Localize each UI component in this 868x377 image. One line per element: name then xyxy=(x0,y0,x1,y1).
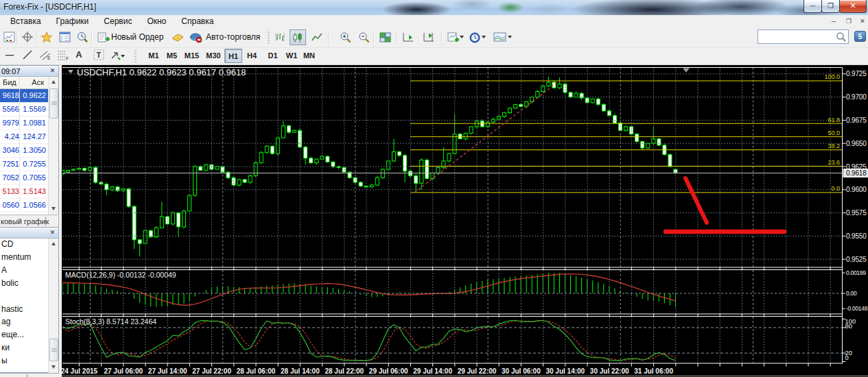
menu-2[interactable]: Графики xyxy=(49,15,97,27)
new-order-label[interactable]: Новый Ордер xyxy=(111,32,163,42)
new-chart-icon xyxy=(3,32,15,43)
menu-5[interactable]: Справка xyxy=(174,15,221,27)
trendline-tool-button[interactable] xyxy=(19,48,36,64)
mdi-close-button[interactable]: ✕ xyxy=(856,16,868,26)
zoom-in-button[interactable] xyxy=(338,29,354,45)
toolbar-separator xyxy=(36,31,37,45)
chart-shift-button[interactable] xyxy=(421,29,437,45)
navigator-item[interactable]: A xyxy=(1,265,7,278)
navigator-item[interactable]: mentum xyxy=(1,252,31,265)
scroll-up-arrow[interactable] xyxy=(49,77,58,86)
data-window-button[interactable] xyxy=(56,29,73,45)
text-tool-button[interactable]: A xyxy=(71,48,87,64)
close-window-button[interactable]: ✕ xyxy=(839,0,867,13)
arrows-dropdown-arrow[interactable] xyxy=(121,55,125,58)
column-bid[interactable]: Бид xyxy=(3,78,16,86)
search-icon[interactable] xyxy=(836,32,847,42)
crosshair-button[interactable] xyxy=(19,29,36,45)
price-chart[interactable]: 0.97250.97000.96750.96500.96250.96000.95… xyxy=(62,65,868,377)
favorites-button[interactable] xyxy=(38,29,55,45)
navigator-item[interactable]: еще... xyxy=(1,330,24,343)
restore-window-button[interactable]: ❐ xyxy=(821,0,840,13)
svg-text:30 Jul 06:00: 30 Jul 06:00 xyxy=(502,367,541,375)
scrollbar-thumb[interactable] xyxy=(49,339,58,361)
timeframe-M30[interactable]: M30 xyxy=(203,49,224,63)
timeframe-D1[interactable]: D1 xyxy=(263,49,282,63)
chart-window[interactable]: 0.97250.97000.96750.96500.96250.96000.95… xyxy=(62,65,868,377)
market-watch-row[interactable]: 30461.3050 xyxy=(0,144,48,158)
timeframe-H1[interactable]: H1 xyxy=(224,49,242,63)
tile-windows-button[interactable] xyxy=(377,29,394,45)
notifications-badge[interactable]: 5 xyxy=(854,31,866,42)
new-chart-button[interactable] xyxy=(1,29,17,45)
svg-text:0.00: 0.00 xyxy=(846,290,857,297)
market-watch-row[interactable]: 4.24124.27 xyxy=(0,130,48,144)
timeframe-M15[interactable]: M15 xyxy=(181,49,202,63)
timeframe-M5[interactable]: M5 xyxy=(163,49,180,63)
scrollbar-thumb[interactable] xyxy=(49,88,58,119)
text-label-tool-button[interactable]: T xyxy=(91,48,107,64)
templates-dropdown-arrow[interactable] xyxy=(508,36,512,38)
search-input[interactable] xyxy=(760,31,835,42)
market-watch-row[interactable]: 72510.7255 xyxy=(0,158,48,171)
auto-scroll-button[interactable] xyxy=(400,29,417,45)
mdi-restore-button[interactable]: ❐ xyxy=(843,16,855,26)
templates-button[interactable] xyxy=(492,29,508,45)
market-watch-row[interactable]: 99791.0981 xyxy=(0,117,48,130)
timeframe-MN[interactable]: MN xyxy=(301,49,318,63)
channel-tool-button[interactable]: E xyxy=(37,48,54,64)
navigator-item[interactable]: hastic xyxy=(1,304,23,317)
new-order-button[interactable] xyxy=(95,29,112,45)
market-watch-close-button[interactable]: ✕ xyxy=(48,66,57,75)
chart-line-button[interactable] xyxy=(309,29,325,45)
fibonacci-icon: F xyxy=(57,49,69,61)
svg-text:0.9618: 0.9618 xyxy=(846,169,867,177)
ask-value: 124.27 xyxy=(23,132,46,141)
market-watch-row[interactable]: 51331.5143 xyxy=(0,185,48,199)
market-watch-row[interactable]: 96180.9622 xyxy=(0,89,48,103)
autotrade-label[interactable]: Авто-торговля xyxy=(206,32,260,42)
navigator-item[interactable]: bolic xyxy=(1,278,19,291)
restore-icon: ❐ xyxy=(828,2,834,10)
indicators-dropdown-arrow[interactable] xyxy=(460,36,464,38)
market-watch-scrollbar[interactable] xyxy=(48,77,58,215)
menu-3[interactable]: Сервис xyxy=(96,15,139,27)
zoom-out-button[interactable] xyxy=(356,29,373,45)
column-ask[interactable]: Аск xyxy=(32,78,44,86)
market-watch-row[interactable]: 55661.5569 xyxy=(0,103,48,117)
push-notification-button[interactable] xyxy=(169,29,186,45)
text-label-icon: T xyxy=(93,49,105,61)
fibonacci-tool-button[interactable]: F xyxy=(55,48,71,64)
autotrade-button[interactable] xyxy=(188,29,204,45)
zoom-out-icon xyxy=(358,32,371,43)
timeframe-M1[interactable]: M1 xyxy=(145,49,163,63)
history-center-button[interactable] xyxy=(74,29,91,45)
navigator-close-button[interactable]: ✕ xyxy=(48,228,57,237)
minimize-window-button[interactable]: ─ xyxy=(804,0,822,13)
chart-shift-icon xyxy=(423,32,435,43)
periods-dropdown-arrow[interactable] xyxy=(482,36,486,38)
market-watch-row[interactable]: 05601.0566 xyxy=(0,199,48,212)
chart-bars-button[interactable] xyxy=(272,29,288,45)
ask-value: 1.0566 xyxy=(23,201,46,209)
menu-4[interactable]: Окно xyxy=(139,15,174,27)
navigator-item[interactable]: ag xyxy=(1,317,10,330)
menu-1[interactable]: Вставка xyxy=(3,15,49,27)
navigator-item[interactable]: ы xyxy=(1,356,8,369)
navigator-scrollbar[interactable] xyxy=(48,239,58,373)
scroll-up-arrow[interactable] xyxy=(49,239,58,248)
navigator-item[interactable]: ки xyxy=(1,343,10,356)
scroll-down-arrow[interactable] xyxy=(49,204,58,213)
timeframe-H4[interactable]: H4 xyxy=(243,49,261,63)
scroll-down-arrow[interactable] xyxy=(49,363,58,372)
chart-candles-button[interactable] xyxy=(290,29,306,45)
toolbar-separator xyxy=(396,31,397,45)
horizontal-line-tool-button[interactable]: — xyxy=(1,48,18,64)
navigator-item[interactable]: CD xyxy=(1,239,13,252)
timeframe-W1[interactable]: W1 xyxy=(283,49,301,63)
minimize-icon: ─ xyxy=(810,2,815,10)
new-order-icon xyxy=(97,32,110,44)
market-watch-row[interactable]: 70520.7055 xyxy=(0,171,48,185)
tick-chart-tab[interactable]: ковый график xyxy=(1,217,49,226)
mdi-minimize-button[interactable]: ─ xyxy=(828,16,840,26)
